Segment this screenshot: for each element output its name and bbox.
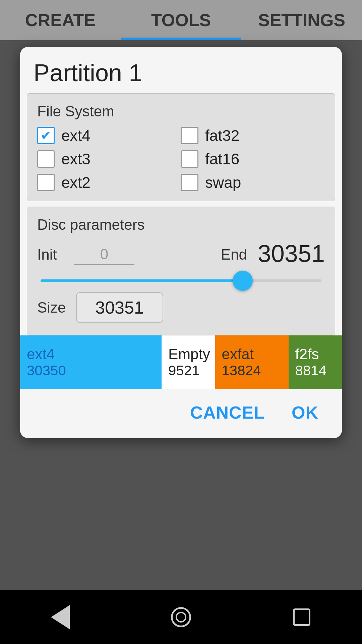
size-label: Size — [37, 299, 66, 316]
back-icon — [51, 605, 70, 629]
segment-ext4-size: 30350 — [27, 363, 155, 379]
segment-exfat-size: 13824 — [222, 363, 282, 379]
segment-exfat: exfat 13824 — [215, 335, 289, 389]
fat32-checkbox[interactable] — [181, 127, 198, 144]
segment-empty-name: Empty — [168, 346, 208, 363]
tab-tools[interactable]: TOOLS — [121, 0, 241, 40]
fs-option-ext2[interactable]: ext2 — [37, 173, 181, 192]
tab-bar: CREATE TOOLS SETTINGS — [0, 0, 362, 40]
fs-option-ext4[interactable]: ✔ ext4 — [37, 126, 181, 145]
recents-icon — [293, 608, 310, 626]
file-system-section: File System ✔ ext4 fat32 — [27, 93, 335, 201]
ext4-checkbox[interactable]: ✔ — [37, 127, 55, 144]
modal-title: Partition 1 — [34, 59, 328, 87]
size-row: Size — [37, 292, 325, 323]
nav-home-button[interactable] — [168, 604, 194, 631]
fs-option-ext3[interactable]: ext3 — [37, 150, 181, 168]
segment-f2fs-name: f2fs — [295, 346, 335, 363]
fs-option-fat16[interactable]: fat16 — [181, 150, 325, 168]
segment-ext4: ext4 30350 — [20, 335, 162, 389]
fat16-checkbox[interactable] — [181, 150, 198, 168]
nav-back-button[interactable] — [47, 604, 74, 631]
segment-empty: Empty 9521 — [162, 335, 215, 389]
fs-option-fat32[interactable]: fat32 — [181, 126, 325, 145]
init-label: Init — [37, 246, 64, 263]
disc-params-section: Disc parameters Init End 30351 — [27, 207, 335, 335]
modal-overlay: Partition 1 File System ✔ ext4 fat32 — [0, 40, 362, 590]
segment-exfat-name: exfat — [222, 346, 282, 363]
init-input[interactable] — [74, 245, 134, 265]
fat32-label: fat32 — [205, 126, 239, 145]
file-system-label: File System — [37, 103, 325, 120]
partition-dialog: Partition 1 File System ✔ ext4 fat32 — [20, 47, 342, 438]
swap-checkbox[interactable] — [181, 174, 198, 191]
ext3-checkbox[interactable] — [37, 150, 55, 168]
nav-recents-button[interactable] — [288, 604, 315, 631]
end-label: End — [221, 246, 248, 263]
ok-button[interactable]: OK — [285, 399, 325, 426]
home-icon — [171, 607, 191, 627]
tab-settings[interactable]: SETTINGS — [241, 0, 362, 40]
segment-empty-size: 9521 — [168, 363, 208, 379]
ext4-label: ext4 — [61, 126, 90, 145]
partition-bar: ext4 30350 Empty 9521 exfat 13824 f2fs 8… — [20, 335, 342, 389]
tab-create[interactable]: CREATE — [0, 0, 121, 40]
end-value: 30351 — [258, 240, 325, 267]
modal-actions: CANCEL OK — [20, 389, 342, 438]
slider-fill — [41, 279, 243, 282]
disc-params-label: Disc parameters — [37, 216, 325, 233]
ext2-checkbox[interactable] — [37, 174, 55, 191]
slider-thumb[interactable] — [233, 271, 253, 291]
fs-option-swap[interactable]: swap — [181, 173, 325, 192]
bottom-nav-bar — [0, 590, 362, 644]
segment-ext4-name: ext4 — [27, 346, 155, 363]
segment-f2fs: f2fs 8814 — [289, 335, 342, 389]
slider-track — [41, 279, 321, 282]
ext2-label: ext2 — [61, 173, 90, 192]
fat16-label: fat16 — [205, 150, 239, 168]
end-value-wrapper: 30351 — [258, 240, 325, 269]
range-slider-container[interactable] — [37, 279, 325, 282]
modal-title-bar: Partition 1 — [20, 47, 342, 93]
filesystem-options-grid: ✔ ext4 fat32 ext3 fat16 — [37, 126, 325, 192]
segment-f2fs-size: 8814 — [295, 363, 335, 379]
ext3-label: ext3 — [61, 150, 90, 168]
main-content: Partition 1 File System ✔ ext4 fat32 — [0, 40, 362, 590]
cancel-button[interactable]: CANCEL — [183, 399, 272, 426]
checkmark-icon: ✔ — [41, 129, 51, 142]
size-input[interactable] — [76, 292, 163, 323]
swap-label: swap — [205, 173, 241, 192]
init-end-row: Init End 30351 — [37, 240, 325, 269]
